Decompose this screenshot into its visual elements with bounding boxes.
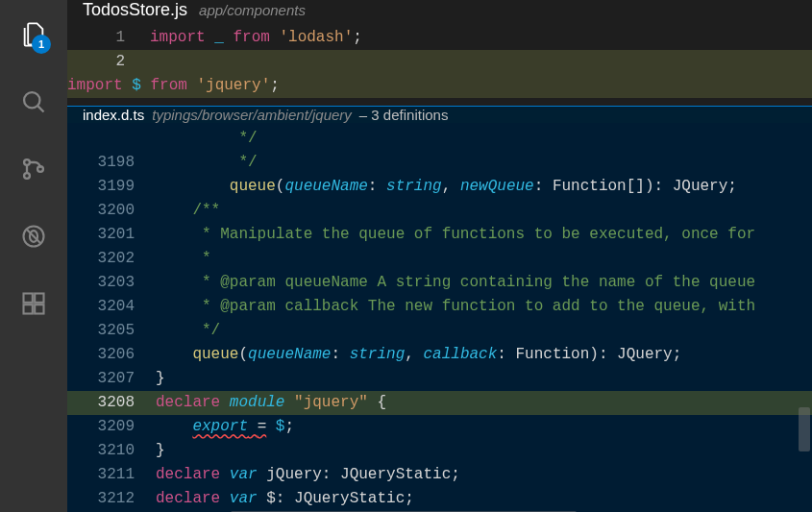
- line-number: 3202: [67, 247, 156, 271]
- code-line[interactable]: 3206 queue(queueName: string, callback: …: [67, 343, 812, 367]
- svg-rect-8: [35, 294, 43, 303]
- code-content[interactable]: */: [156, 151, 812, 175]
- code-content[interactable]: */: [156, 319, 812, 343]
- svg-rect-9: [24, 305, 33, 313]
- code-line[interactable]: 3205 */: [67, 319, 812, 343]
- line-number: 3210: [67, 439, 156, 463]
- line-number: [67, 127, 156, 151]
- activity-bar: 1: [0, 0, 67, 512]
- code-content[interactable]: export = $;: [156, 415, 812, 439]
- search-tab[interactable]: [12, 81, 55, 123]
- code-content[interactable]: queue(queueName: string, callback: Funct…: [156, 343, 812, 367]
- line-number: 3212: [67, 487, 156, 511]
- code-line[interactable]: */: [67, 127, 812, 151]
- line-number: 3207: [67, 367, 156, 391]
- top-editor[interactable]: 1import _ from 'lodash';2import $ from '…: [67, 20, 812, 98]
- explorer-badge: 1: [32, 35, 51, 54]
- line-number: 3200: [67, 199, 156, 223]
- code-content[interactable]: declare var jQuery: JQueryStatic;: [156, 463, 812, 487]
- code-line[interactable]: 3200 /**: [67, 199, 812, 223]
- svg-rect-10: [35, 305, 43, 313]
- debug-icon: [20, 223, 47, 250]
- line-number: 3206: [67, 343, 156, 367]
- line-number: 3211: [67, 463, 156, 487]
- line-number: 3209: [67, 415, 156, 439]
- peek-vertical-scrollbar[interactable]: [799, 127, 810, 509]
- line-number: 3201: [67, 223, 156, 247]
- line-number: 1: [67, 26, 150, 50]
- peek-header[interactable]: index.d.ts typings/browser/ambient/jquer…: [67, 106, 812, 123]
- code-line[interactable]: 3211declare var jQuery: JQueryStatic;: [67, 463, 812, 487]
- code-line[interactable]: 2import $ from 'jquery';: [67, 50, 812, 98]
- code-content[interactable]: import $ from 'jquery';: [67, 74, 812, 98]
- code-line[interactable]: 3199 queue(queueName: string, newQueue: …: [67, 175, 812, 199]
- code-content[interactable]: */: [156, 127, 812, 151]
- line-number: 3203: [67, 271, 156, 295]
- code-content[interactable]: }: [156, 439, 812, 463]
- extensions-icon: [20, 290, 47, 317]
- extensions-tab[interactable]: [12, 282, 55, 325]
- code-line[interactable]: 1import _ from 'lodash';: [67, 26, 812, 50]
- svg-line-1: [37, 106, 43, 111]
- line-number: 3198: [67, 151, 156, 175]
- editor-area: TodosStore.js app/components 1import _ f…: [67, 0, 812, 512]
- code-line[interactable]: 3209 export = $;: [67, 415, 812, 439]
- tab-filename[interactable]: TodosStore.js: [83, 0, 187, 20]
- code-line[interactable]: 3201 * Manipulate the queue of functions…: [67, 223, 812, 247]
- scrollbar-thumb[interactable]: [799, 407, 810, 451]
- code-content[interactable]: * @param callback The new function to ad…: [156, 295, 812, 319]
- line-number: 2: [67, 50, 150, 74]
- peek-path: typings/browser/ambient/jquery: [152, 107, 352, 123]
- peek-body[interactable]: */3198 */3199 queue(queueName: string, n…: [67, 123, 812, 512]
- code-content[interactable]: /**: [156, 199, 812, 223]
- code-line[interactable]: 3207}: [67, 367, 812, 391]
- code-line[interactable]: 3202 *: [67, 247, 812, 271]
- code-content[interactable]: * @param queueName A string containing t…: [156, 271, 812, 295]
- svg-point-2: [24, 159, 30, 165]
- svg-rect-7: [24, 294, 33, 303]
- code-line[interactable]: 3198 */: [67, 151, 812, 175]
- svg-point-3: [24, 173, 30, 179]
- explorer-tab[interactable]: 1: [12, 13, 55, 56]
- code-line[interactable]: 3208declare module "jquery" {: [67, 391, 812, 415]
- code-content[interactable]: }: [156, 367, 812, 391]
- debug-tab[interactable]: [12, 215, 55, 257]
- peek-definitions: – 3 definitions: [359, 107, 449, 123]
- code-line[interactable]: 3210}: [67, 439, 812, 463]
- code-content[interactable]: declare module "jquery" {: [156, 391, 812, 415]
- code-content[interactable]: declare var $: JQueryStatic;: [156, 487, 812, 511]
- source-control-tab[interactable]: [12, 148, 55, 190]
- code-line[interactable]: 3212declare var $: JQueryStatic;: [67, 487, 812, 511]
- tab-path: app/components: [199, 2, 306, 18]
- search-icon: [20, 88, 47, 115]
- code-content[interactable]: queue(queueName: string, newQueue: Funct…: [156, 175, 812, 199]
- code-content[interactable]: import _ from 'lodash';: [150, 26, 812, 50]
- svg-point-0: [24, 92, 39, 108]
- line-number: 3205: [67, 319, 156, 343]
- line-number: 3208: [67, 391, 156, 415]
- code-line[interactable]: 3204 * @param callback The new function …: [67, 295, 812, 319]
- code-line[interactable]: 3203 * @param queueName A string contain…: [67, 271, 812, 295]
- code-content[interactable]: *: [156, 247, 812, 271]
- line-number: 3204: [67, 295, 156, 319]
- code-content[interactable]: * Manipulate the queue of functions to b…: [156, 223, 812, 247]
- line-number: 3199: [67, 175, 156, 199]
- peek-filename: index.d.ts: [83, 107, 144, 123]
- git-icon: [20, 156, 47, 183]
- tab-bar: TodosStore.js app/components: [67, 0, 812, 20]
